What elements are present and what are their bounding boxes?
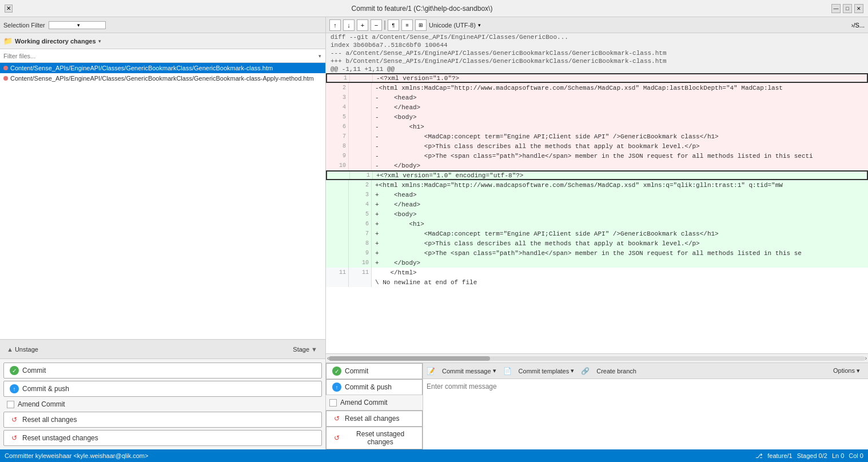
commit-message-icon: 📝 — [427, 367, 435, 375]
amend-checkbox[interactable] — [7, 401, 14, 408]
diff-line-added: 5 + <body> — [326, 209, 868, 219]
diff-nav-next[interactable]: ↓ — [343, 19, 355, 31]
diff-line-content: - </body> — [372, 161, 868, 170]
commit-right-label: Commit — [345, 367, 368, 375]
window-title: Commit to feature/1 (C:\git\help-doc-san… — [13, 5, 831, 13]
diff-tool-minus[interactable]: − — [371, 19, 382, 31]
diff-line-num-old: 9 — [326, 151, 349, 161]
file-item[interactable]: Content/Sense_APIs/EngineAPI/Classes/Gen… — [0, 73, 325, 83]
diff-line-num-old: 6 — [326, 122, 349, 132]
commit-button-right[interactable]: ✓ Commit — [326, 363, 423, 379]
filter-files-input[interactable] — [0, 51, 314, 61]
reset-unstaged-label: Reset unstaged changes — [22, 434, 98, 442]
diff-line-num-new — [349, 141, 372, 151]
commit-message-dropdown-button[interactable]: Commit message ▾ — [439, 366, 500, 376]
reset-unstaged-right-icon: ↺ — [332, 433, 341, 443]
diff-line-removed: 6 - <h1> — [326, 122, 868, 132]
scrollbar-thumb[interactable] — [329, 356, 489, 361]
diff-line-content: - <p>This class describes all the method… — [372, 141, 868, 151]
branch-icon: ⎇ — [755, 452, 763, 460]
diff-line-num-old: 3 — [326, 93, 349, 102]
diff-line-num-new: 4 — [349, 200, 372, 209]
app-icon: ✕ — [5, 5, 13, 13]
stage-icon: ▼ — [311, 346, 317, 353]
left-bottom-toolbar: ▲ Unstage Stage ▼ — [0, 339, 325, 359]
diff-nav-prev[interactable]: ↑ — [329, 19, 341, 31]
commit-message-label: Commit message — [442, 368, 491, 375]
diff-line-added: 3 + <head> — [326, 190, 868, 200]
selection-filter-toolbar: Selection Filter ▾ — [0, 17, 325, 33]
diff-line-num-old — [326, 229, 349, 238]
scroll-right-arrow[interactable]: › — [865, 355, 867, 361]
diff-line-content: - <p>The <span class="path">handle</span… — [372, 151, 868, 161]
diff-line-num-new: 10 — [349, 258, 372, 268]
create-branch-icon: 🔗 — [581, 367, 590, 375]
commit-message-input[interactable] — [423, 379, 868, 449]
diff-line-content: + <body> — [372, 209, 868, 219]
diff-line-removed: 3 - <head> — [326, 93, 868, 102]
diff-line-num-new — [349, 161, 372, 170]
diff-line-content: -<html xmlns:MadCap="http://www.madcapso… — [372, 83, 868, 93]
file-item[interactable]: Content/Sense_APIs/EngineAPI/Classes/Gen… — [0, 63, 325, 73]
diff-line-num-old — [326, 180, 349, 190]
committer-info: Committer kyleweishaar <kyle.weishaar@ql… — [5, 452, 148, 459]
selection-filter-dropdown[interactable]: ▾ — [49, 21, 106, 29]
diff-line-num-old — [326, 248, 349, 258]
reset-unstaged-button-right[interactable]: ↺ Reset unstaged changes — [326, 427, 423, 449]
diff-line-content: +<html xmlns:MadCap="http://www.madcapso… — [372, 180, 868, 190]
commit-push-button-right[interactable]: ↑ Commit & push — [326, 379, 423, 395]
diff-tool-plus[interactable]: + — [357, 19, 368, 31]
stage-button[interactable]: Stage ▼ — [288, 345, 322, 354]
unstage-button[interactable]: ▲ Unstage — [3, 345, 42, 354]
diff-line-removed: 4 - </head> — [326, 102, 868, 112]
diff-line-removed: 10 - </body> — [326, 161, 868, 170]
diff-line-content: \ No newline at end of file — [372, 277, 868, 287]
options-label: Options ▾ — [833, 367, 860, 374]
horizontal-scrollbar[interactable]: ‹ › — [326, 353, 868, 363]
reset-all-button-right[interactable]: ↺ Reset all changes — [326, 411, 423, 427]
commit-icon: ✓ — [10, 366, 19, 375]
maximize-button[interactable]: □ — [843, 4, 852, 13]
commit-templates-button[interactable]: Commit templates ▾ — [515, 366, 578, 376]
branch-name: feature/1 — [767, 452, 792, 459]
diff-line-num-old — [326, 200, 349, 209]
diff-line-num-old: 11 — [326, 268, 349, 277]
diff-line-content: - <body> — [372, 112, 868, 122]
more-options[interactable]: ›/S... — [851, 22, 865, 29]
diff-line-num-new: 1 — [350, 172, 373, 179]
diff-line-num-new: 11 — [349, 268, 372, 277]
diff-split[interactable]: ⊞ — [415, 19, 427, 31]
commit-button[interactable]: ✓ Commit — [3, 363, 322, 379]
reset-all-label: Reset all changes — [22, 416, 77, 424]
diff-line-num-new — [349, 277, 372, 287]
diff-line-neutral: 11 11 </html> — [326, 268, 868, 277]
diff-line-num-old: 7 — [326, 132, 349, 141]
working-dir-arrow[interactable]: ▾ — [98, 38, 101, 44]
reset-all-button[interactable]: ↺ Reset all changes — [3, 412, 322, 428]
commit-push-button[interactable]: ↑ Commit & push — [3, 381, 322, 397]
diff-line-num-old — [326, 238, 349, 248]
diff-line-num-old — [326, 258, 349, 268]
diff-content[interactable]: diff --git a/Content/Sense_APIs/EngineAP… — [326, 33, 868, 353]
diff-line-removed: 7 - <MadCap:concept term="Engine API;Cli… — [326, 132, 868, 141]
diff-line-content: + <p>The <span class="path">handle</span… — [372, 248, 868, 258]
amend-row: Amend Commit — [3, 399, 322, 409]
diff-line-num-old: 10 — [326, 161, 349, 170]
reset-all-right-icon: ↺ — [332, 414, 341, 423]
filter-files-row: ▾ — [0, 49, 325, 63]
diff-line-removed: 5 - <body> — [326, 112, 868, 122]
filter-files-arrow[interactable]: ▾ — [314, 53, 325, 59]
diff-whitespace[interactable]: ≡ — [401, 19, 413, 31]
amend-checkbox-right[interactable] — [329, 399, 337, 407]
scrollbar-track[interactable] — [329, 356, 865, 361]
reset-unstaged-button[interactable]: ↺ Reset unstaged changes — [3, 430, 322, 446]
diff-word-wrap[interactable]: ¶ — [388, 19, 399, 31]
close-button[interactable]: ✕ — [854, 4, 863, 13]
commit-message-right: 📝 Commit message ▾ 📄 Commit templates ▾ … — [423, 363, 868, 449]
create-branch-button[interactable]: Create branch — [593, 367, 640, 376]
options-button[interactable]: Options ▾ — [829, 366, 865, 376]
diff-line-num-new — [349, 122, 372, 132]
minimize-button[interactable]: — — [831, 4, 841, 13]
encoding-arrow[interactable]: ▾ — [478, 22, 481, 28]
diff-header: +++ b/Content/Sense_APIs/EngineAPI/Class… — [326, 57, 868, 65]
